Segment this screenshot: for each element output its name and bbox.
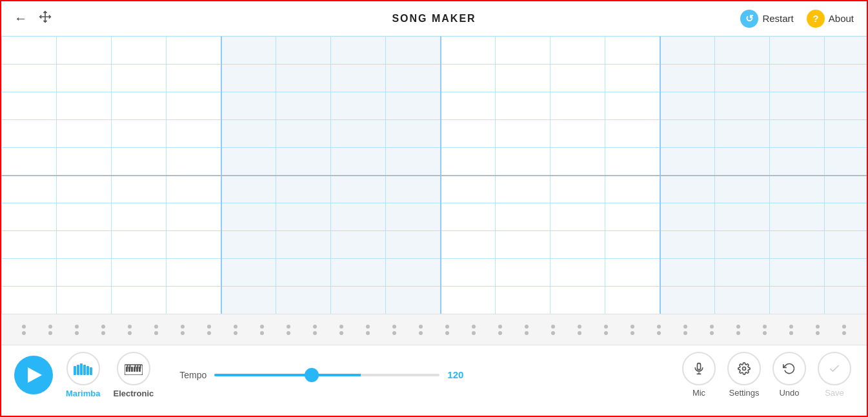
- undo-label: Undo: [779, 388, 799, 398]
- header: ← SONG MAKER ↺ Restart ? About: [1, 1, 867, 36]
- tempo-value: 120: [447, 369, 470, 380]
- toolbar: Marimba Electronic Tempo: [1, 345, 867, 404]
- svg-rect-4: [86, 366, 89, 375]
- svg-rect-9: [131, 367, 133, 372]
- electronic-label: Electronic: [113, 389, 154, 398]
- restart-label: Restart: [762, 13, 793, 24]
- svg-rect-16: [137, 365, 138, 369]
- svg-rect-5: [90, 367, 92, 375]
- undo-button[interactable]: Undo: [770, 352, 809, 398]
- electronic-button[interactable]: Electronic: [113, 352, 154, 398]
- grid-container: [1, 36, 867, 345]
- save-label: Save: [825, 388, 844, 398]
- marimba-label: Marimba: [66, 389, 100, 398]
- svg-point-21: [743, 367, 746, 371]
- svg-rect-1: [77, 365, 79, 375]
- tempo-label: Tempo: [179, 370, 207, 380]
- mic-label: Mic: [692, 388, 705, 398]
- undo-icon-circle: [772, 352, 806, 385]
- about-icon: ?: [807, 10, 825, 28]
- page-title: SONG MAKER: [392, 13, 476, 25]
- back-button[interactable]: ←: [14, 11, 27, 26]
- percussion-row[interactable]: [1, 314, 867, 345]
- svg-rect-0: [74, 366, 76, 375]
- marimba-button[interactable]: Marimba: [66, 352, 100, 398]
- mic-icon: [692, 362, 705, 375]
- mic-icon-circle: [682, 352, 716, 385]
- tempo-section: Tempo 120: [179, 369, 470, 380]
- mic-button[interactable]: Mic: [680, 352, 718, 398]
- settings-icon: [738, 362, 751, 375]
- settings-label: Settings: [729, 388, 760, 398]
- h-divider: [1, 175, 867, 176]
- right-controls: Mic Settings Undo: [680, 352, 854, 398]
- play-icon: [28, 367, 42, 383]
- electronic-icon: [117, 352, 150, 385]
- save-icon: [828, 362, 841, 375]
- tempo-slider[interactable]: [214, 374, 439, 376]
- move-button[interactable]: [39, 10, 52, 26]
- svg-rect-18: [698, 363, 701, 370]
- svg-rect-13: [126, 365, 128, 369]
- svg-rect-17: [139, 365, 141, 369]
- restart-icon: ↺: [740, 10, 758, 28]
- svg-rect-2: [80, 363, 83, 375]
- save-button[interactable]: Save: [815, 352, 854, 398]
- svg-rect-15: [134, 365, 136, 369]
- marimba-icon: [66, 352, 100, 385]
- about-label: About: [829, 13, 854, 24]
- about-button[interactable]: ? About: [807, 10, 854, 28]
- save-icon-circle: [818, 352, 851, 385]
- play-button[interactable]: [14, 356, 53, 394]
- settings-button[interactable]: Settings: [725, 352, 763, 398]
- header-right: ↺ Restart ? About: [740, 10, 854, 28]
- svg-rect-14: [129, 365, 130, 369]
- undo-icon: [783, 362, 796, 375]
- svg-rect-3: [83, 365, 86, 375]
- settings-icon-circle: [727, 352, 761, 385]
- header-left: ←: [14, 10, 52, 26]
- restart-button[interactable]: ↺ Restart: [740, 10, 793, 28]
- melody-grid[interactable]: [1, 36, 867, 314]
